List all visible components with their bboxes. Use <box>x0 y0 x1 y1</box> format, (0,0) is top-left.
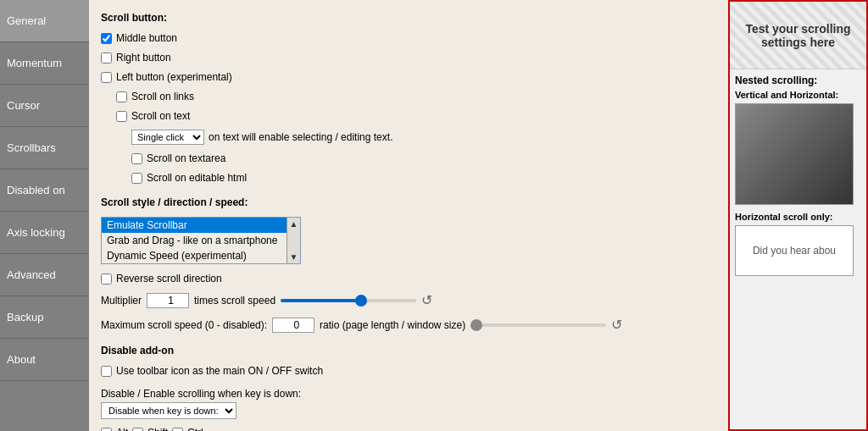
sidebar-item-about[interactable]: About <box>0 339 89 381</box>
sidebar-item-backup[interactable]: Backup <box>0 296 89 339</box>
ctrl-checkbox[interactable] <box>172 428 183 432</box>
scroll-links-label: Scroll on links <box>131 91 194 102</box>
scroll-style-title: Scroll style / direction / speed: <box>101 196 716 208</box>
max-scroll-label: Maximum scroll speed (0 - disabled): <box>101 319 267 331</box>
max-scroll-text: ratio (page length / window size) <box>320 319 465 331</box>
multiplier-slider[interactable] <box>281 299 416 302</box>
middle-button-checkbox[interactable] <box>101 33 112 44</box>
alt-label: Alt <box>116 427 128 431</box>
sidebar-item-label: Advanced <box>7 268 56 281</box>
scroll-demo-box[interactable] <box>735 103 854 205</box>
single-click-row: Single click Double click on text will e… <box>131 130 716 145</box>
scroll-editable-label: Scroll on editable html <box>147 172 247 184</box>
disable-addon-title: Disable add-on <box>101 345 716 356</box>
single-click-select[interactable]: Single click Double click <box>131 130 204 145</box>
reverse-scroll-checkbox[interactable] <box>101 274 112 285</box>
listbox-scrollbar[interactable]: ▲ ▼ <box>287 218 300 263</box>
demo-text: Did you hear abou <box>753 245 836 257</box>
right-button-label: Right button <box>116 52 171 64</box>
multiplier-row: Multiplier times scroll speed ↺ <box>101 292 716 308</box>
scroll-textarea-row: Scroll on textarea <box>131 152 716 164</box>
multiplier-label: Multiplier <box>101 295 142 307</box>
reverse-scroll-row: Reverse scroll direction <box>101 273 716 285</box>
max-scroll-row: Maximum scroll speed (0 - disabled): rat… <box>101 317 716 333</box>
horiz-scroll-label: Horizontal scroll only: <box>735 212 861 222</box>
middle-button-row: Middle button <box>101 32 716 44</box>
sidebar: General Momentum Cursor Scrollbars Disab… <box>0 0 89 431</box>
scroll-links-checkbox[interactable] <box>116 91 127 102</box>
sidebar-item-label: Scrollbars <box>7 141 56 154</box>
sidebar-item-label: Backup <box>7 311 43 323</box>
listbox-item-emulate[interactable]: Emulate Scrollbar <box>102 218 287 233</box>
disable-key-section: Disable / Enable scrolling when key is d… <box>101 388 716 419</box>
horiz-demo-box[interactable]: Did you hear abou <box>735 225 854 276</box>
vert-horiz-label: Vertical and Horizontal: <box>735 90 861 100</box>
scroll-text-row: Scroll on text <box>116 110 716 122</box>
multiplier-slider-container: ↺ <box>281 292 716 308</box>
scroll-text-label: Scroll on text <box>131 110 190 122</box>
main-content: Scroll button: Middle button Right butto… <box>89 0 728 431</box>
toolbar-icon-row: Use toolbar icon as the main ON / OFF sw… <box>101 365 716 377</box>
sidebar-item-advanced[interactable]: Advanced <box>0 254 89 296</box>
sidebar-item-label: Momentum <box>7 57 62 69</box>
disable-key-label: Disable / Enable scrolling when key is d… <box>101 388 716 400</box>
nested-scroll-label: Nested scrolling: <box>735 75 861 86</box>
sidebar-item-cursor[interactable]: Cursor <box>0 85 89 127</box>
sidebar-item-general[interactable]: General <box>0 0 89 42</box>
right-panel-header: Test your scrolling settings here <box>730 2 866 69</box>
scroll-textarea-label: Scroll on textarea <box>147 152 225 164</box>
sidebar-item-label: About <box>7 353 36 366</box>
right-button-row: Right button <box>101 52 716 64</box>
scroll-editable-checkbox[interactable] <box>131 173 142 184</box>
shift-checkbox[interactable] <box>132 428 143 432</box>
scroll-editable-row: Scroll on editable html <box>131 172 716 184</box>
right-panel-header-text: Test your scrolling settings here <box>733 22 863 49</box>
reverse-scroll-label: Reverse scroll direction <box>116 273 222 285</box>
ctrl-label: Ctrl <box>187 427 203 431</box>
sidebar-item-label: Axis locking <box>7 226 65 239</box>
right-panel: Test your scrolling settings here Nested… <box>728 0 868 431</box>
right-panel-body: Nested scrolling: Vertical and Horizonta… <box>730 69 866 429</box>
sidebar-item-disabled-on[interactable]: Disabled on <box>0 169 89 212</box>
shift-label: Shift <box>147 427 168 431</box>
middle-button-label: Middle button <box>116 32 177 44</box>
sidebar-item-momentum[interactable]: Momentum <box>0 42 89 85</box>
scroll-links-row: Scroll on links <box>116 91 716 102</box>
toolbar-icon-label: Use toolbar icon as the main ON / OFF sw… <box>116 365 323 377</box>
alt-checkbox[interactable] <box>101 428 112 432</box>
left-button-label: Left button (experimental) <box>116 71 232 83</box>
multiplier-text: times scroll speed <box>194 295 275 307</box>
disable-key-dropdown[interactable]: Disable when key is down: <box>101 402 236 419</box>
left-button-checkbox[interactable] <box>101 72 112 83</box>
sidebar-item-label: Disabled on <box>7 184 65 196</box>
multiplier-input[interactable] <box>147 293 189 308</box>
single-click-text: on text will enable selecting / editing … <box>209 131 392 143</box>
max-scroll-slider-container: ↺ <box>470 317 716 333</box>
toolbar-icon-checkbox[interactable] <box>101 366 112 377</box>
listbox-item-grab[interactable]: Grab and Drag - like on a smartphone <box>102 233 287 248</box>
scroll-style-listbox-wrapper: Emulate Scrollbar Grab and Drag - like o… <box>101 217 301 264</box>
scroll-textarea-checkbox[interactable] <box>131 153 142 164</box>
key-modifiers-row: Alt Shift Ctrl <box>101 427 716 431</box>
scroll-button-title: Scroll button: <box>101 12 716 24</box>
sidebar-item-scrollbars[interactable]: Scrollbars <box>0 127 89 169</box>
right-button-checkbox[interactable] <box>101 52 112 64</box>
scroll-style-listbox[interactable]: Emulate Scrollbar Grab and Drag - like o… <box>102 218 287 263</box>
sidebar-item-label: Cursor <box>7 99 40 112</box>
max-scroll-input[interactable] <box>272 318 314 333</box>
left-button-row: Left button (experimental) <box>101 71 716 83</box>
sidebar-item-axis-locking[interactable]: Axis locking <box>0 212 89 254</box>
scroll-text-checkbox[interactable] <box>116 111 127 122</box>
max-scroll-slider[interactable] <box>470 323 606 327</box>
multiplier-reset-button[interactable]: ↺ <box>420 292 434 308</box>
sidebar-item-label: General <box>7 14 46 27</box>
listbox-item-dynamic[interactable]: Dynamic Speed (experimental) <box>102 248 287 263</box>
max-scroll-reset-button[interactable]: ↺ <box>609 317 624 333</box>
